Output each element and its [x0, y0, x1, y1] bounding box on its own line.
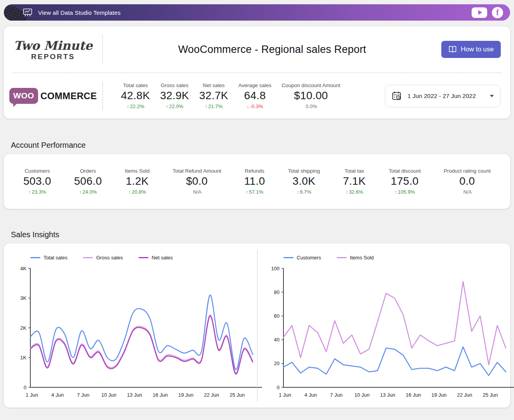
book-icon: [448, 46, 457, 53]
svg-text:25 Jun: 25 Jun: [229, 392, 245, 398]
legend-item: Gross sales: [83, 255, 123, 261]
metric: Total Refund Amount $0.0 N/A: [173, 168, 221, 195]
metric-label: Product rating count: [444, 168, 491, 174]
metric-label: Refunds: [244, 168, 265, 174]
metric: Total tax 7.1K ↑32.6%: [343, 168, 366, 195]
svg-text:19 Jun: 19 Jun: [431, 392, 446, 398]
metric-delta: ↑6.7%: [288, 189, 320, 195]
metric-delta: ↑22.2%: [121, 103, 150, 109]
metric-delta: N/A: [444, 189, 491, 195]
metric: Gross sales 32.9K ↑22.0%: [160, 82, 189, 109]
caret-down-icon: [490, 95, 494, 97]
how-to-use-label: How to use: [461, 46, 494, 53]
metric: Net sales 32.7K ↑21.7%: [199, 82, 228, 109]
svg-text:1 Jun: 1 Jun: [279, 392, 291, 398]
account-performance-heading: Account Performance: [11, 119, 514, 150]
metric: Customers 503.0 ↑23.3%: [23, 168, 51, 195]
svg-text:7 Jun: 7 Jun: [330, 392, 343, 398]
metric-label: Net sales: [199, 82, 228, 88]
sales-chart-panel: Total salesGross salesNet sales 01K2K3K4…: [4, 243, 257, 408]
metric-label: Total sales: [121, 82, 150, 88]
legend-swatch: [337, 257, 347, 258]
metric-delta: ↑24.0%: [74, 189, 102, 195]
chart-legend: Total salesGross salesNet sales: [30, 254, 257, 261]
metric-label: Average sales: [238, 82, 271, 88]
metric-label: Coupon discount Amount: [281, 82, 340, 88]
metric-label: Total discount: [389, 168, 421, 174]
metric-delta: ↑22.0%: [160, 103, 189, 109]
svg-text:40: 40: [274, 337, 280, 343]
youtube-icon[interactable]: [472, 7, 487, 18]
sales-line-chart: 01K2K3K4K1 Jun4 Jun7 Jun10 Jun13 Jun16 J…: [12, 264, 264, 402]
metric-delta: ↑32.6%: [343, 189, 366, 195]
metric-value: 32.7K: [199, 89, 228, 102]
metric-value: 1.2K: [125, 175, 150, 187]
presentation-chart-icon: [23, 7, 33, 18]
date-range-selector[interactable]: 1 Jun 2022 - 27 Jun 2022: [385, 85, 500, 107]
legend-item: Items Sold: [337, 255, 374, 261]
arrow-icon: ↑: [127, 103, 129, 109]
logo-sub-text: REPORTS: [4, 52, 102, 61]
metric-delta: ↑21.7%: [199, 103, 228, 109]
metric-label: Customers: [23, 168, 51, 174]
metric-label: Gross sales: [160, 82, 189, 88]
legend-swatch: [138, 257, 149, 258]
svg-text:4K: 4K: [20, 266, 26, 271]
arrow-icon: ↑: [346, 189, 348, 195]
metric-label: Items Sold: [125, 168, 150, 174]
svg-text:4 Jun: 4 Jun: [51, 392, 64, 398]
top-banner[interactable]: View all Data Studio Templates f: [4, 4, 510, 21]
svg-text:10 Jun: 10 Jun: [101, 392, 116, 398]
legend-swatch: [30, 257, 40, 258]
metric-value: 11.0: [244, 175, 265, 187]
svg-text:60: 60: [274, 313, 280, 319]
woocommerce-logo: WOO COMMERCE: [4, 88, 102, 104]
svg-text:20: 20: [274, 360, 280, 366]
metric-label: Total tax: [343, 168, 366, 174]
arrow-icon: ↑: [166, 103, 168, 109]
arrow-icon: ↑: [246, 189, 248, 195]
metric-value: 7.1K: [343, 175, 366, 187]
metric-value: $10.00: [281, 89, 340, 102]
facebook-icon[interactable]: f: [492, 7, 503, 18]
page-title: WooCommerce - Regional sales Report: [103, 44, 441, 56]
arrow-icon: ↓: [247, 103, 249, 109]
metric: Coupon discount Amount $10.00 0.0%: [281, 82, 340, 109]
metric-delta: ↑23.3%: [23, 189, 51, 195]
how-to-use-button[interactable]: How to use: [441, 41, 501, 58]
svg-text:1K: 1K: [20, 355, 26, 360]
legend-swatch: [283, 257, 294, 258]
arrow-icon: ↑: [28, 189, 31, 195]
svg-text:16 Jun: 16 Jun: [406, 392, 421, 398]
two-minute-reports-logo: Two Minute REPORTS: [4, 38, 102, 61]
svg-text:25 Jun: 25 Jun: [483, 392, 498, 398]
kpi-row: Total sales 42.8K ↑22.2% Gross sales 32.…: [103, 82, 385, 109]
svg-text:4 Jun: 4 Jun: [304, 392, 317, 398]
arrow-icon: ↑: [205, 103, 208, 109]
arrow-icon: ↑: [395, 189, 397, 195]
metric: Product rating count 0.0 N/A: [444, 168, 491, 195]
svg-text:10 Jun: 10 Jun: [354, 392, 369, 398]
logo-script-text: Two Minute: [4, 40, 102, 52]
metric-delta: N/A: [173, 189, 221, 195]
metric: Orders 506.0 ↑24.0%: [74, 168, 102, 195]
legend-item: Customers: [283, 255, 321, 261]
svg-text:0: 0: [277, 385, 280, 390]
metric-value: 506.0: [74, 175, 102, 187]
metric-delta: ↓-0.3%: [238, 103, 271, 109]
date-range-value: 1 Jun 2022 - 27 Jun 2022: [407, 93, 476, 100]
account-performance-card: Customers 503.0 ↑23.3% Orders 506.0 ↑24.…: [4, 154, 510, 209]
woo-bubble: WOO: [9, 88, 38, 104]
metric-delta: ↑20.8%: [125, 189, 150, 195]
metric-value: 503.0: [23, 175, 51, 187]
metric-label: Total Refund Amount: [173, 168, 221, 174]
metric-value: 0.0: [444, 175, 491, 187]
metric: Refunds 11.0 ↑57.1%: [244, 168, 265, 195]
metric-value: 175.0: [389, 175, 421, 187]
svg-text:0: 0: [24, 385, 26, 390]
metric-delta: 0.0%: [281, 103, 340, 109]
banner-label: View all Data Studio Templates: [38, 9, 121, 16]
calendar-clock-icon: [392, 91, 402, 101]
legend-item: Net sales: [138, 255, 173, 261]
metric-value: $0.0: [173, 175, 221, 187]
